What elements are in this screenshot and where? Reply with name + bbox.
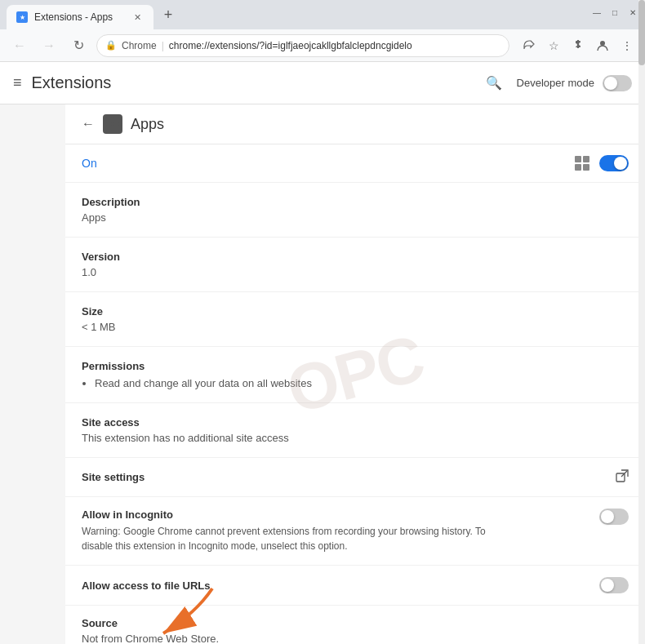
incognito-row: Allow in Incognito Warning: Google Chrom… <box>65 497 645 566</box>
detail-back-header: ← Apps <box>65 104 645 144</box>
browser-tab[interactable]: ★ Extensions - Apps ✕ <box>7 5 153 29</box>
extensions-header: ≡ Extensions 🔍 Developer mode <box>0 62 645 104</box>
toolbar-icons: ☆ ⋮ <box>519 36 637 56</box>
version-value: 1.0 <box>82 266 629 278</box>
developer-mode-label: Developer mode <box>517 77 594 89</box>
site-settings-row[interactable]: Site settings <box>65 458 645 497</box>
scrollbar-thumb[interactable] <box>638 0 645 65</box>
hamburger-button[interactable]: ≡ <box>13 74 22 91</box>
reload-button[interactable]: ↻ <box>67 34 90 57</box>
svg-point-2 <box>600 41 605 46</box>
external-link-icon <box>616 469 629 485</box>
incognito-text: Allow in Incognito Warning: Google Chrom… <box>82 509 506 553</box>
bookmark-icon[interactable]: ☆ <box>544 36 563 56</box>
window-controls: — □ ✕ <box>591 7 638 23</box>
svg-rect-3 <box>106 118 112 123</box>
site-access-label: Site access <box>82 416 629 429</box>
permissions-section: Permissions Read and change all your dat… <box>65 347 645 403</box>
close-button[interactable]: ✕ <box>627 7 638 18</box>
allow-files-toggle[interactable] <box>599 577 629 593</box>
site-access-section: Site access This extension has no additi… <box>65 403 645 458</box>
profile-icon[interactable] <box>593 36 612 56</box>
back-button[interactable]: ← <box>8 34 31 57</box>
share-icon[interactable] <box>519 36 539 56</box>
developer-mode-toggle[interactable] <box>603 75 632 91</box>
arrow-annotation <box>147 580 229 644</box>
on-label: On <box>82 157 97 170</box>
permission-item: Read and change all your data on all web… <box>95 377 629 389</box>
on-row: On <box>65 144 645 183</box>
size-value: < 1 MB <box>82 321 629 333</box>
extensions-title: Extensions <box>32 73 112 92</box>
app-icon <box>103 114 122 134</box>
url-prefix: Chrome <box>122 40 157 51</box>
tab-close-button[interactable]: ✕ <box>131 11 144 24</box>
content-area: OPC ← Apps On <box>65 104 645 644</box>
main-content: OPC ← Apps On <box>0 104 645 644</box>
size-label: Size <box>82 305 629 318</box>
incognito-desc: Warning: Google Chrome cannot prevent ex… <box>82 524 506 553</box>
new-tab-button[interactable]: + <box>157 3 180 26</box>
developer-mode-section: 🔍 Developer mode <box>486 75 632 91</box>
description-label: Description <box>82 196 629 208</box>
minimize-button[interactable]: — <box>591 7 603 18</box>
version-section: Version 1.0 <box>65 238 645 292</box>
description-section: Description Apps <box>65 183 645 238</box>
svg-rect-4 <box>113 118 119 123</box>
scrollbar[interactable] <box>638 0 645 644</box>
on-controls <box>573 154 629 172</box>
url-text: chrome://extensions/?id=iglfjaeojcakllgb… <box>169 40 412 51</box>
search-button[interactable]: 🔍 <box>486 75 502 91</box>
extensions-icon[interactable] <box>568 36 588 56</box>
tab-favicon: ★ <box>16 11 28 23</box>
incognito-top: Allow in Incognito Warning: Google Chrom… <box>82 509 629 553</box>
incognito-toggle[interactable] <box>599 509 629 525</box>
svg-rect-6 <box>113 125 119 131</box>
svg-text:★: ★ <box>20 14 25 21</box>
tab-title: Extensions - Apps <box>34 11 113 23</box>
back-button[interactable]: ← <box>82 117 95 131</box>
grid-view-icon[interactable] <box>573 154 591 172</box>
menu-icon[interactable]: ⋮ <box>617 36 637 56</box>
forward-button[interactable]: → <box>38 34 60 57</box>
url-bar[interactable]: 🔒 Chrome | chrome://extensions/?id=iglfj… <box>96 34 509 57</box>
site-settings-label: Site settings <box>82 471 145 483</box>
maximize-button[interactable]: □ <box>609 7 621 18</box>
permissions-label: Permissions <box>82 360 629 372</box>
site-access-value: This extension has no additional site ac… <box>82 432 629 444</box>
size-section: Size < 1 MB <box>65 292 645 347</box>
description-value: Apps <box>82 211 629 224</box>
incognito-label: Allow in Incognito <box>82 509 506 521</box>
address-bar: ← → ↻ 🔒 Chrome | chrome://extensions/?id… <box>0 29 645 62</box>
title-bar: ★ Extensions - Apps ✕ + — □ ✕ <box>0 0 645 29</box>
allow-files-row: Allow access to file URLs <box>65 566 645 606</box>
app-title: Apps <box>131 116 164 133</box>
permissions-list: Read and change all your data on all web… <box>82 377 629 389</box>
security-indicator: 🔒 <box>105 40 117 51</box>
extension-enable-toggle[interactable] <box>599 155 629 171</box>
svg-rect-5 <box>106 125 112 131</box>
version-label: Version <box>82 251 629 263</box>
sidebar <box>0 104 65 644</box>
